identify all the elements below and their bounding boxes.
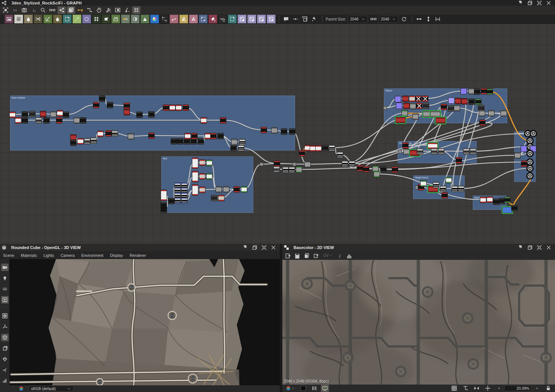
colorspace-layers-icon[interactable] [17, 385, 25, 392]
node-create-button-bucket-21[interactable] [208, 15, 217, 24]
graph-node[interactable] [99, 96, 105, 102]
parent-size-width-select[interactable]: 2048 [348, 16, 368, 23]
graph-node[interactable] [395, 96, 401, 102]
graph-node[interactable] [392, 167, 398, 172]
graph-node[interactable] [470, 149, 476, 154]
graph-node[interactable] [446, 177, 452, 183]
graph-node[interactable] [239, 139, 245, 145]
node-create-button-image-0[interactable] [4, 15, 13, 24]
frame-button[interactable] [301, 15, 309, 23]
menu-environment[interactable]: Environment [81, 253, 103, 258]
graph-node[interactable] [63, 112, 69, 118]
display-settings-icon[interactable] [1, 296, 9, 304]
node-create-button-crop-20[interactable] [199, 15, 208, 24]
graph-node[interactable] [422, 96, 428, 102]
float-window-icon[interactable] [252, 245, 258, 250]
graph-node[interactable] [435, 117, 446, 124]
close-icon[interactable] [546, 0, 552, 5]
graph-node[interactable] [36, 118, 41, 123]
show-connections-button[interactable] [76, 6, 84, 14]
graph-node[interactable] [413, 114, 418, 119]
graph-node[interactable] [373, 166, 378, 172]
graph-node[interactable] [171, 139, 177, 144]
graph-view-button[interactable] [58, 6, 66, 14]
graph-node[interactable] [521, 161, 527, 167]
transform-select-button[interactable] [312, 252, 320, 259]
turntable-icon[interactable] [1, 366, 9, 374]
histogram-button[interactable] [345, 252, 353, 259]
float-window-icon[interactable] [527, 245, 533, 250]
graph-node[interactable] [137, 112, 142, 118]
graph-node[interactable] [124, 109, 130, 115]
graph-node[interactable] [296, 167, 302, 172]
link-size-button[interactable] [369, 15, 378, 23]
graph-node[interactable] [499, 198, 505, 204]
fit-view-button[interactable] [1, 6, 10, 14]
node-create-button-textA-19[interactable]: A [189, 15, 198, 24]
output-node[interactable] [527, 150, 533, 157]
graph-node[interactable] [501, 111, 506, 116]
menu-lights[interactable]: Lights [43, 253, 54, 258]
node-create-button-lpos-11[interactable] [111, 15, 120, 24]
graph-node[interactable] [374, 171, 379, 177]
graph-node[interactable] [191, 139, 196, 144]
graph-node[interactable] [30, 111, 35, 117]
graph-node[interactable] [112, 131, 118, 136]
graph-node[interactable] [293, 163, 296, 166]
graph-node[interactable] [232, 139, 237, 145]
reset-size-button[interactable] [400, 15, 408, 23]
graph-node[interactable] [223, 187, 229, 192]
node-create-button-dist-7[interactable] [72, 15, 81, 24]
graph-node[interactable] [71, 140, 76, 146]
node-graph-canvas[interactable]: base shapestilesMacroRoughnessHeight ble… [0, 0, 555, 244]
graph-node[interactable] [161, 202, 167, 213]
graph-node[interactable] [211, 133, 216, 139]
graph-node[interactable] [342, 161, 348, 167]
wireframe-sphere-icon[interactable] [1, 312, 9, 320]
output-node[interactable] [530, 130, 537, 137]
copy-image-button[interactable] [303, 252, 311, 259]
screenshot-button[interactable] [20, 6, 28, 14]
graph-node[interactable] [199, 160, 205, 165]
node-create-button-cyl-10[interactable] [102, 15, 111, 24]
float-window-icon[interactable] [527, 0, 533, 5]
node-create-button-dots2-12[interactable] [121, 15, 130, 24]
node-create-button-circle-8[interactable] [82, 15, 91, 24]
pan-button[interactable] [484, 385, 492, 392]
graph-node[interactable] [461, 88, 466, 94]
mesh-cube-icon[interactable] [1, 334, 9, 341]
graph-node[interactable] [505, 197, 510, 203]
graph-node[interactable] [220, 118, 226, 123]
graph-node[interactable] [480, 197, 486, 203]
graph-node[interactable] [438, 149, 444, 154]
graph-node[interactable] [493, 199, 499, 205]
close-icon[interactable] [270, 245, 276, 250]
graph-node[interactable] [487, 197, 493, 202]
graph-node[interactable] [274, 167, 279, 172]
node-create-button-xform-6[interactable] [63, 15, 72, 24]
graph-node[interactable] [417, 149, 423, 154]
graph-node[interactable] [402, 111, 407, 116]
graph-node[interactable] [274, 161, 280, 167]
graph-node[interactable] [396, 117, 406, 123]
zoom-in-dot[interactable] [533, 385, 541, 392]
graph-node[interactable] [281, 129, 287, 134]
node-create-button-xform-23[interactable] [228, 15, 237, 24]
graph-node[interactable] [310, 146, 316, 151]
graph-node[interactable] [502, 207, 512, 213]
node-create-button-drop-5[interactable] [53, 15, 62, 24]
graph-node[interactable] [124, 103, 130, 109]
grid-snap-button[interactable] [132, 6, 140, 14]
graph-node[interactable] [448, 106, 454, 111]
graph-node[interactable] [57, 111, 63, 116]
zoom-level-field[interactable]: 20.09% [504, 385, 531, 391]
graph-node[interactable] [97, 131, 103, 137]
graph-node[interactable] [234, 187, 239, 192]
uv-overlay-toggle[interactable]: UV [323, 253, 334, 258]
tools-button[interactable] [104, 6, 112, 14]
snap-guides-button[interactable] [434, 15, 442, 23]
link-nodes-button[interactable] [48, 6, 56, 14]
graph-node[interactable] [289, 129, 295, 134]
menu-camera[interactable]: Camera [61, 253, 74, 258]
lights-icon[interactable] [1, 274, 9, 282]
